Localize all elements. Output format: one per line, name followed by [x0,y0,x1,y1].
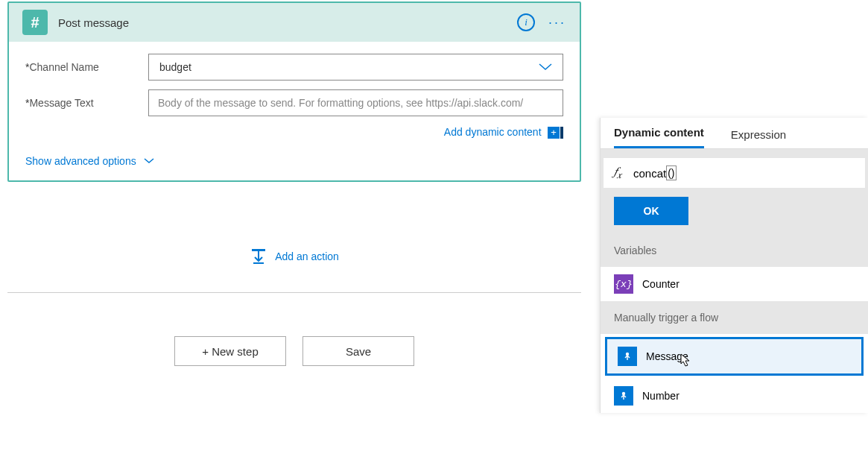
message-text-label: *Message Text [25,97,148,109]
more-menu-icon[interactable]: ··· [548,15,566,31]
add-dynamic-bar-icon [560,127,563,139]
add-action-button[interactable]: Add an action [0,247,589,265]
fx-input-row[interactable]: 𝑓𝑥 concat() [604,158,865,188]
fx-cursor: () [666,165,676,180]
variable-icon: {x} [614,274,633,294]
chevron-down-icon [539,61,552,73]
flyout-tabs: Dynamic content Expression [601,118,868,149]
main-editor-pane: # Post message i ··· *Channel Name budge… [0,0,589,366]
trigger-param-icon [614,386,633,406]
expression-input-section: 𝑓𝑥 concat() OK [601,149,868,234]
card-title: Post message [58,16,517,29]
bottom-buttons: + New step Save [0,336,589,366]
fx-icon: 𝑓𝑥 [614,165,621,181]
svg-rect-0 [252,249,265,251]
mouse-cursor-icon [679,353,692,371]
channel-name-value: budget [159,61,191,73]
chevron-down-icon [144,158,154,164]
add-action-icon [250,247,267,265]
add-dynamic-content-link[interactable]: Add dynamic content [444,126,542,138]
channel-name-select[interactable]: budget [148,54,563,81]
new-step-button[interactable]: + New step [174,336,286,366]
divider [7,292,581,293]
dynamic-content-flyout: Dynamic content Expression 𝑓𝑥 concat() O… [600,118,868,413]
trigger-section-label: Manually trigger a flow [601,301,868,334]
info-icon[interactable]: i [517,13,535,31]
slack-hash-icon: # [22,10,48,35]
channel-name-row: *Channel Name budget [25,54,563,81]
card-body: *Channel Name budget *Message Text Body … [9,42,580,180]
channel-name-label: *Channel Name [25,61,148,73]
message-text-row: *Message Text Body of the message to sen… [25,89,563,116]
post-message-card: # Post message i ··· *Channel Name budge… [7,1,581,182]
card-header[interactable]: # Post message i ··· [9,3,580,42]
variables-section-label: Variables [601,234,868,267]
ok-button[interactable]: OK [614,197,688,225]
add-dynamic-plus-icon[interactable]: + [548,127,560,139]
dyn-item-counter[interactable]: {x} Counter [601,267,868,301]
save-button[interactable]: Save [302,336,414,366]
dyn-item-number[interactable]: Number [601,379,868,413]
fx-expression-value: concat() [633,165,677,180]
dyn-item-message[interactable]: Message [605,337,864,376]
add-dynamic-row: Add dynamic content + [25,125,563,139]
message-text-placeholder: Body of the message to send. For formatt… [158,97,523,109]
tab-expression[interactable]: Expression [731,128,786,148]
tab-dynamic-content[interactable]: Dynamic content [614,126,704,148]
show-advanced-options[interactable]: Show advanced options [25,155,563,167]
message-text-input[interactable]: Body of the message to send. For formatt… [148,89,563,116]
trigger-param-icon [618,347,637,366]
